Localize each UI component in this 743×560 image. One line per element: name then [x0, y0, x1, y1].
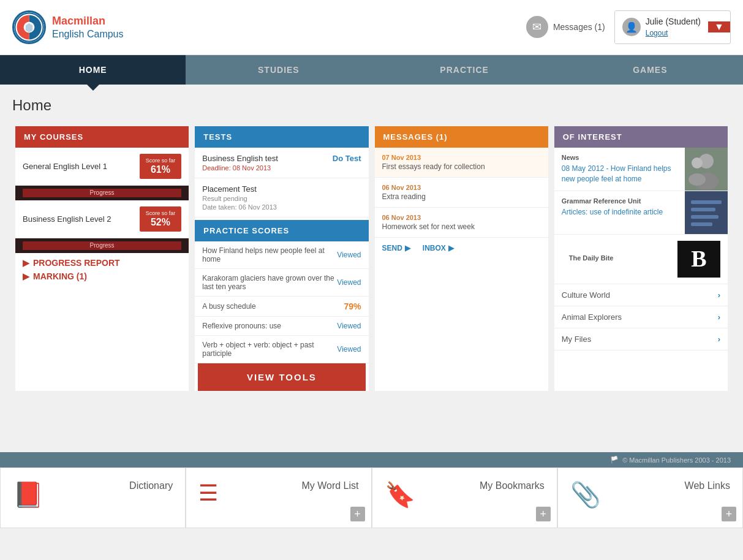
messages-label: Messages (1)	[553, 22, 605, 32]
msg-item-2[interactable]: 06 Nov 2013 Extra reading	[375, 178, 548, 208]
nav-games[interactable]: GAMES	[557, 55, 743, 85]
course-item-2: Business English Level 2 Score so far 52…	[15, 200, 189, 238]
tool-word-list[interactable]: ☰ My Word List +	[186, 467, 371, 528]
tool-web-links[interactable]: 📎 Web Links +	[557, 467, 743, 528]
practice-name-4: Reflexive pronouns: use	[202, 322, 337, 330]
progress-bar-1: Progress	[15, 186, 189, 200]
logout-link[interactable]: Logout	[646, 28, 701, 39]
interest-grammar-top: Grammar Reference Unit Articles: use of …	[554, 191, 728, 234]
my-courses-header: MY COURSES	[15, 126, 189, 148]
practice-name-2: Karakoram glaciers have grown over the l…	[202, 274, 337, 291]
inbox-button[interactable]: INBOX ▶	[423, 244, 454, 252]
course-item-1: General English Level 1 Score so far 61%	[15, 148, 189, 186]
svg-rect-7	[685, 191, 728, 234]
score-badge-2: Score so far 52%	[140, 206, 182, 232]
svg-text:B: B	[691, 246, 706, 271]
marking-link[interactable]: ▶ MARKING (1)	[23, 271, 181, 281]
web-links-label: Web Links	[685, 480, 730, 491]
main-grid: MY COURSES General English Level 1 Score…	[12, 126, 731, 391]
nav-practice[interactable]: PRACTICE	[372, 55, 557, 85]
logo-icon	[12, 10, 46, 44]
bookmarks-plus-button[interactable]: +	[536, 507, 551, 521]
svg-rect-10	[691, 215, 718, 219]
tests-panel: TESTS Business English test Do Test Dead…	[195, 126, 368, 391]
course-name-1: General English Level 1	[23, 162, 140, 171]
user-name: Julie (Student)	[646, 16, 701, 28]
culture-world-arrow: ›	[718, 290, 720, 300]
do-test-button[interactable]: Do Test	[333, 154, 361, 163]
score-badge-1: Score so far 61%	[140, 154, 182, 179]
msg-item-3[interactable]: 06 Nov 2013 Homework set for next week	[375, 208, 548, 238]
progress-report-link[interactable]: ▶ PROGRESS REPORT	[23, 258, 181, 268]
test-title-1: Business English test	[202, 154, 278, 163]
practice-item-2: Karakoram glaciers have grown over the l…	[195, 269, 368, 297]
test-date-2: Date taken: 06 Nov 2013	[202, 203, 361, 211]
msg-date-2: 06 Nov 2013	[382, 184, 541, 191]
user-dropdown-button[interactable]: ▼	[708, 21, 730, 32]
msg-text-2: Extra reading	[382, 192, 541, 201]
msg-text-1: First essays ready for collection	[382, 162, 541, 171]
interest-news[interactable]: News 08 May 2012 - How Finland helps new…	[554, 148, 728, 191]
test-name-2: Placement Test	[202, 184, 361, 194]
send-label: SEND	[382, 244, 402, 252]
header-right: ✉ Messages (1) 👤 Julie (Student) Logout …	[526, 10, 731, 44]
page-title: Home	[12, 97, 731, 114]
news-image	[685, 148, 728, 191]
bookmarks-icon: 🔖	[385, 480, 415, 509]
practice-item-4: Reflexive pronouns: use Viewed	[195, 317, 368, 336]
marking-arrow-icon: ▶	[23, 271, 29, 281]
web-links-icon: 📎	[570, 480, 601, 509]
word-list-plus-button[interactable]: +	[350, 507, 365, 521]
of-interest-header: OF INTEREST	[554, 126, 728, 148]
interest-daily-bite[interactable]: The Daily Bite B	[554, 235, 728, 284]
msg-item-1[interactable]: 07 Nov 2013 First essays ready for colle…	[375, 148, 548, 178]
header: Macmillan English Campus ✉ Messages (1) …	[0, 0, 743, 55]
test-item-1: Business English test Do Test Deadline: …	[195, 148, 368, 178]
of-interest-panel: OF INTEREST News 08 May 2012 - How Finla…	[554, 126, 728, 391]
view-tools-button[interactable]: VIEW TOOLS	[198, 363, 365, 391]
msg-date-3: 06 Nov 2013	[382, 214, 541, 221]
interest-daily-bite-tag: The Daily Bite	[569, 254, 664, 262]
interest-my-files[interactable]: My Files ›	[554, 328, 728, 350]
logo-sub: English Campus	[52, 28, 124, 40]
flag-icon: 🏳️	[610, 456, 619, 464]
send-button[interactable]: SEND ▶	[382, 244, 410, 252]
animal-explorers-label: Animal Explorers	[562, 312, 622, 322]
arrow-icon: ▶	[23, 258, 29, 268]
msg-date-1: 07 Nov 2013	[382, 154, 541, 161]
interest-daily-bite-content: The Daily Bite	[562, 248, 671, 270]
practice-name-1: How Finland helps new people feel at hom…	[202, 246, 337, 263]
msg-text-3: Homework set for next week	[382, 222, 541, 231]
my-files-label: My Files	[562, 335, 591, 344]
logo-area: Macmillan English Campus	[12, 10, 124, 44]
interest-grammar-tag: Grammar Reference Unit	[562, 197, 677, 205]
interest-culture-world[interactable]: Culture World ›	[554, 284, 728, 306]
practice-name-5: Verb + object + verb: object + past part…	[202, 341, 337, 358]
dictionary-icon: 📕	[13, 480, 43, 509]
inbox-arrow-icon: ▶	[448, 244, 454, 252]
course-name-2: Business English Level 2	[23, 214, 140, 224]
links-row: ▶ PROGRESS REPORT ▶ MARKING (1)	[15, 253, 189, 286]
nav-studies[interactable]: STUDIES	[186, 55, 371, 85]
web-links-plus-button[interactable]: +	[722, 507, 736, 521]
dictionary-label: Dictionary	[129, 480, 173, 491]
progress-label-2: Progress	[90, 242, 115, 249]
score-num-2: 52%	[146, 217, 176, 228]
interest-news-title: 08 May 2012 - How Finland helps new peop…	[562, 164, 677, 184]
footer-bar: 🏳️ © Macmillan Publishers 2003 - 2013	[0, 452, 743, 467]
test-title-2: Placement Test	[202, 184, 257, 194]
messages-button[interactable]: ✉ Messages (1)	[526, 16, 605, 38]
user-info: 👤 Julie (Student) Logout	[615, 11, 708, 43]
interest-news-top: News 08 May 2012 - How Finland helps new…	[554, 148, 728, 191]
interest-animal-explorers[interactable]: Animal Explorers ›	[554, 306, 728, 328]
score-num-1: 61%	[146, 164, 176, 175]
test-result-2: Result pending	[202, 195, 361, 202]
interest-grammar[interactable]: Grammar Reference Unit Articles: use of …	[554, 191, 728, 235]
practice-name-3: A busy schedule	[202, 302, 344, 311]
message-icon: ✉	[526, 16, 548, 38]
tool-bookmarks[interactable]: 🔖 My Bookmarks +	[372, 467, 557, 528]
progress-label-1: Progress	[90, 189, 115, 196]
nav-home[interactable]: HOME	[0, 55, 186, 85]
user-avatar: 👤	[622, 18, 641, 36]
tool-dictionary[interactable]: 📕 Dictionary	[0, 467, 186, 528]
